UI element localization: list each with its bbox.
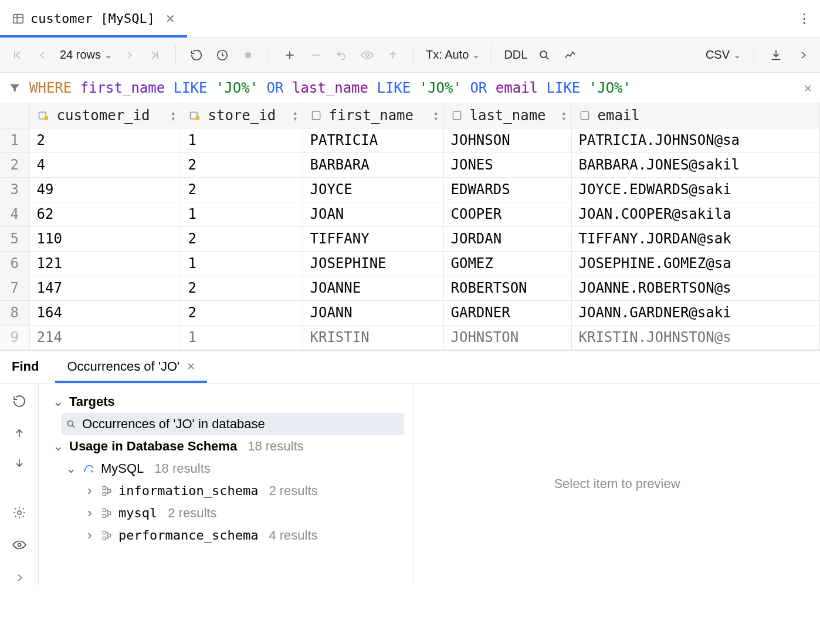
sort-icon[interactable]: ▴▾ xyxy=(171,110,175,121)
prev-page-icon[interactable] xyxy=(34,45,52,65)
tab-label: Occurrences of 'JO' xyxy=(67,359,179,374)
col-email[interactable]: email xyxy=(571,103,820,128)
chevron-down-icon[interactable]: ⌄ xyxy=(66,461,76,476)
chevron-down-icon[interactable]: ⌄ xyxy=(53,439,63,454)
stop-icon[interactable] xyxy=(239,45,257,65)
add-row-icon[interactable] xyxy=(281,45,299,65)
chevron-right-icon[interactable]: › xyxy=(84,528,95,543)
remove-row-icon[interactable] xyxy=(307,45,324,65)
sort-icon[interactable]: ▴▾ xyxy=(561,110,566,121)
chart-icon[interactable] xyxy=(561,45,579,65)
col-first-name[interactable]: first_name ▴▾ xyxy=(303,103,443,128)
preview-placeholder: Select item to preview xyxy=(554,476,680,492)
rows-dropdown[interactable]: 24 rows ⌄ xyxy=(60,48,112,62)
col-label: email xyxy=(598,107,640,124)
table-row[interactable]: 3492JOYCEEDWARDSJOYCE.EDWARDS@saki xyxy=(0,177,820,202)
tree-schema-performance-schema[interactable]: › performance_schema 4 results xyxy=(80,524,404,547)
filter-bar[interactable]: WHERE first_name LIKE 'JO%' OR last_name… xyxy=(0,73,820,103)
preview-query-icon[interactable] xyxy=(358,45,376,65)
tx-dropdown[interactable]: Tx: Auto ⌄ xyxy=(426,48,480,62)
key-column-icon xyxy=(37,110,50,121)
table-row[interactable]: 61211JOSEPHINEGOMEZJOSEPHINE.GOMEZ@sa xyxy=(0,251,820,276)
svg-rect-2 xyxy=(246,52,251,57)
key-column-icon xyxy=(188,110,201,121)
table-row[interactable]: 51102TIFFANYJORDANTIFFANY.JORDAN@sak xyxy=(0,226,820,251)
tab-title: customer [MySQL] xyxy=(31,11,155,26)
find-preview-pane: Select item to preview xyxy=(414,384,820,585)
more-icon[interactable] xyxy=(794,45,812,65)
schema-icon xyxy=(101,530,113,541)
next-result-icon[interactable] xyxy=(13,456,25,473)
close-icon[interactable]: ✕ xyxy=(804,80,812,95)
last-page-icon[interactable] xyxy=(146,45,164,65)
export-icon[interactable] xyxy=(767,45,785,65)
filter-val1: 'JO%' xyxy=(216,80,258,96)
col-label: store_id xyxy=(208,107,276,124)
svg-rect-23 xyxy=(108,534,111,537)
tree-usage-schema[interactable]: ⌄ Usage in Database Schema 18 results xyxy=(48,435,404,457)
editor-tabbar: customer [MySQL] ✕ ⋮ xyxy=(0,0,820,38)
tab-overflow-icon[interactable]: ⋮ xyxy=(798,0,811,37)
tree-targets[interactable]: ⌄ Targets xyxy=(48,391,404,413)
column-icon xyxy=(310,110,322,121)
table-row[interactable]: 71472JOANNEROBERTSONJOANNE.ROBERTSON@s xyxy=(0,276,820,300)
data-toolbar: 24 rows ⌄ Tx: Auto ⌄ DDL CSV ⌄ xyxy=(0,38,820,73)
svg-point-4 xyxy=(541,51,547,57)
revert-icon[interactable] xyxy=(333,45,350,65)
chevron-right-icon[interactable] xyxy=(14,570,25,585)
schema-icon xyxy=(101,507,113,519)
csv-dropdown[interactable]: CSV ⌄ xyxy=(706,48,741,62)
find-tab-occurrences[interactable]: Occurrences of 'JO' ✕ xyxy=(55,351,207,383)
tree-schema-mysql[interactable]: › mysql 2 results xyxy=(80,502,404,524)
col-last-name[interactable]: last_name ▴▾ xyxy=(443,103,571,128)
tree-occurrences-db[interactable]: Occurrences of 'JO' in database xyxy=(61,413,404,435)
table-row[interactable]: 92141KRISTINJOHNSTONKRISTIN.JOHNSTON@s xyxy=(0,325,820,350)
svg-point-14 xyxy=(67,421,73,426)
svg-rect-15 xyxy=(103,486,106,489)
preview-icon[interactable] xyxy=(12,537,27,556)
svg-rect-0 xyxy=(13,14,23,23)
sort-icon[interactable]: ▴▾ xyxy=(433,110,438,121)
prev-result-icon[interactable] xyxy=(13,426,25,442)
editor-tab-customer[interactable]: customer [MySQL] ✕ xyxy=(0,0,187,37)
table-header-row: customer_id ▴▾ store_id ▴▾ first_name ▴▾ xyxy=(0,103,820,128)
col-store-id[interactable]: store_id ▴▾ xyxy=(181,103,303,128)
close-icon[interactable]: ✕ xyxy=(187,360,195,373)
ddl-button[interactable]: DDL xyxy=(504,48,527,62)
refresh-icon[interactable] xyxy=(12,394,26,412)
gear-icon[interactable] xyxy=(12,506,26,523)
rownum-header[interactable] xyxy=(0,103,29,128)
find-panel-tabs: Find Occurrences of 'JO' ✕ xyxy=(0,351,820,384)
tree-mysql[interactable]: ⌄ MySQL 18 results xyxy=(61,457,404,480)
history-icon[interactable] xyxy=(214,45,231,65)
kw-or: OR xyxy=(267,80,284,96)
chevron-down-icon[interactable]: ⌄ xyxy=(53,394,63,409)
find-results-tree: ⌄ Targets Occurrences of 'JO' in databas… xyxy=(39,384,414,585)
filter-col-email: email xyxy=(496,80,538,96)
svg-rect-19 xyxy=(103,514,106,517)
tree-schema-information-schema[interactable]: › information_schema 2 results xyxy=(80,480,404,502)
schema-icon xyxy=(101,485,113,497)
next-page-icon[interactable] xyxy=(120,45,138,65)
close-icon[interactable]: ✕ xyxy=(165,12,175,26)
svg-rect-22 xyxy=(103,537,106,540)
tx-label: Tx: Auto xyxy=(426,48,469,62)
svg-point-8 xyxy=(195,116,199,120)
table-row[interactable]: 121PATRICIAJOHNSONPATRICIA.JOHNSON@sa xyxy=(0,128,820,152)
search-icon[interactable] xyxy=(536,45,553,65)
chevron-right-icon[interactable]: › xyxy=(84,506,95,521)
svg-rect-9 xyxy=(312,111,320,119)
submit-icon[interactable] xyxy=(384,45,402,65)
col-customer-id[interactable]: customer_id ▴▾ xyxy=(29,103,181,128)
table-row[interactable]: 81642JOANNGARDNERJOANN.GARDNER@saki xyxy=(0,300,820,325)
table-row[interactable]: 242BARBARAJONESBARBARA.JONES@sakil xyxy=(0,152,820,177)
reload-icon[interactable] xyxy=(188,45,205,65)
chevron-right-icon[interactable]: › xyxy=(84,483,95,499)
find-panel: Find Occurrences of 'JO' ✕ ⌄ Targets Occ… xyxy=(0,350,820,585)
first-page-icon[interactable] xyxy=(8,45,26,65)
table-row[interactable]: 4621JOANCOOPERJOAN.COOPER@sakila xyxy=(0,202,820,226)
column-icon xyxy=(579,110,591,121)
data-grid: customer_id ▴▾ store_id ▴▾ first_name ▴▾ xyxy=(0,103,820,350)
sort-icon[interactable]: ▴▾ xyxy=(293,110,297,121)
svg-point-6 xyxy=(44,116,48,120)
